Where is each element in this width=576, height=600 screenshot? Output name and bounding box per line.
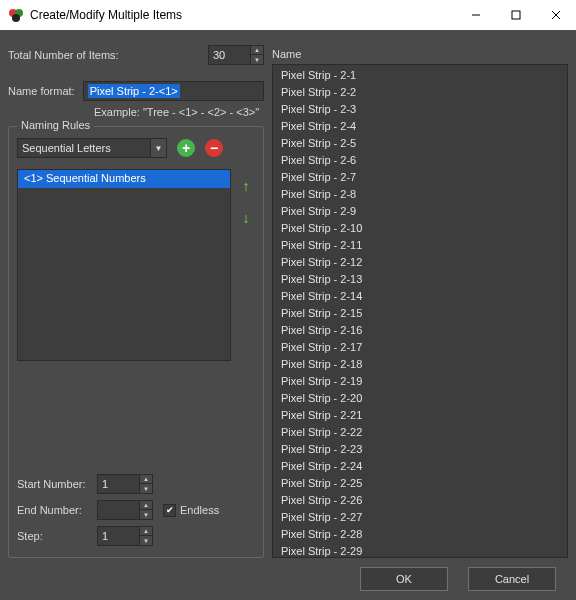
start-number-label: Start Number: — [17, 478, 97, 490]
preview-item[interactable]: Pixel Strip - 2-10 — [273, 221, 567, 238]
preview-item[interactable]: Pixel Strip - 2-9 — [273, 204, 567, 221]
preview-item[interactable]: Pixel Strip - 2-24 — [273, 459, 567, 476]
dialog-footer: OK Cancel — [0, 560, 576, 598]
total-items-label: Total Number of Items: — [8, 49, 208, 61]
reorder-arrows: ↑ ↓ — [237, 169, 255, 461]
endless-label: Endless — [180, 504, 219, 516]
preview-item[interactable]: Pixel Strip - 2-27 — [273, 510, 567, 527]
window-controls — [456, 0, 576, 30]
total-items-spinner: ▲ ▼ — [208, 45, 264, 65]
end-number-spinner: ▲▼ — [97, 500, 153, 520]
right-panel: Name Pixel Strip - 2-1Pixel Strip - 2-2P… — [272, 36, 568, 558]
name-format-value: Pixel Strip - 2-<1> — [88, 84, 180, 98]
start-up[interactable]: ▲ — [139, 474, 153, 484]
preview-item[interactable]: Pixel Strip - 2-7 — [273, 170, 567, 187]
maximize-button[interactable] — [496, 0, 536, 30]
window-title: Create/Modify Multiple Items — [30, 8, 456, 22]
preview-item[interactable]: Pixel Strip - 2-11 — [273, 238, 567, 255]
preview-item[interactable]: Pixel Strip - 2-20 — [273, 391, 567, 408]
step-input[interactable] — [97, 526, 139, 546]
ok-button[interactable]: OK — [360, 567, 448, 591]
preview-item[interactable]: Pixel Strip - 2-17 — [273, 340, 567, 357]
preview-item[interactable]: Pixel Strip - 2-1 — [273, 68, 567, 85]
content-area: Total Number of Items: ▲ ▼ Name format: … — [0, 30, 576, 560]
end-number-label: End Number: — [17, 504, 97, 516]
preview-item[interactable]: Pixel Strip - 2-26 — [273, 493, 567, 510]
total-items-down[interactable]: ▼ — [250, 55, 264, 65]
preview-item[interactable]: Pixel Strip - 2-25 — [273, 476, 567, 493]
app-icon — [8, 7, 24, 23]
start-number-row: Start Number: ▲▼ — [17, 471, 255, 497]
preview-item[interactable]: Pixel Strip - 2-19 — [273, 374, 567, 391]
preview-item[interactable]: Pixel Strip - 2-28 — [273, 527, 567, 544]
total-items-row: Total Number of Items: ▲ ▼ — [8, 44, 264, 66]
step-down[interactable]: ▼ — [139, 536, 153, 546]
step-label: Step: — [17, 530, 97, 542]
preview-item[interactable]: Pixel Strip - 2-3 — [273, 102, 567, 119]
total-items-input[interactable] — [208, 45, 250, 65]
left-panel: Total Number of Items: ▲ ▼ Name format: … — [8, 36, 264, 558]
step-row: Step: ▲▼ — [17, 523, 255, 549]
naming-rules-legend: Naming Rules — [17, 119, 94, 131]
preview-item[interactable]: Pixel Strip - 2-15 — [273, 306, 567, 323]
preview-item[interactable]: Pixel Strip - 2-5 — [273, 136, 567, 153]
end-number-input[interactable] — [97, 500, 139, 520]
start-number-spinner: ▲▼ — [97, 474, 153, 494]
preview-item[interactable]: Pixel Strip - 2-22 — [273, 425, 567, 442]
minimize-button[interactable] — [456, 0, 496, 30]
preview-item[interactable]: Pixel Strip - 2-4 — [273, 119, 567, 136]
step-up[interactable]: ▲ — [139, 526, 153, 536]
move-rule-down-button[interactable]: ↓ — [237, 211, 255, 225]
name-format-example: Example: "Tree - <1> - <2> - <3>" — [94, 106, 264, 118]
svg-rect-4 — [512, 11, 520, 19]
name-format-input[interactable]: Pixel Strip - 2-<1> — [83, 81, 264, 101]
preview-item[interactable]: Pixel Strip - 2-13 — [273, 272, 567, 289]
svg-point-2 — [12, 14, 20, 22]
endless-checkbox[interactable]: ✔ — [163, 504, 176, 517]
preview-item[interactable]: Pixel Strip - 2-14 — [273, 289, 567, 306]
titlebar: Create/Modify Multiple Items — [0, 0, 576, 30]
end-up[interactable]: ▲ — [139, 500, 153, 510]
preview-item[interactable]: Pixel Strip - 2-18 — [273, 357, 567, 374]
end-down[interactable]: ▼ — [139, 510, 153, 520]
rules-body: <1> Sequential Numbers ↑ ↓ — [17, 169, 255, 461]
preview-item[interactable]: Pixel Strip - 2-29 — [273, 544, 567, 558]
preview-item[interactable]: Pixel Strip - 2-21 — [273, 408, 567, 425]
rules-list[interactable]: <1> Sequential Numbers — [17, 169, 231, 361]
add-rule-button[interactable]: + — [177, 139, 195, 157]
name-format-label: Name format: — [8, 85, 75, 97]
preview-header: Name — [272, 44, 568, 64]
preview-item[interactable]: Pixel Strip - 2-8 — [273, 187, 567, 204]
close-button[interactable] — [536, 0, 576, 30]
naming-rules-group: Naming Rules Sequential Letters ▼ + − <1… — [8, 126, 264, 558]
rules-selector-row: Sequential Letters ▼ + − — [17, 137, 255, 159]
numeric-params: Start Number: ▲▼ End Number: ▲▼ ✔ Endles… — [17, 471, 255, 549]
rule-type-combo[interactable]: Sequential Letters ▼ — [17, 138, 167, 158]
cancel-button[interactable]: Cancel — [468, 567, 556, 591]
preview-item[interactable]: Pixel Strip - 2-12 — [273, 255, 567, 272]
preview-item[interactable]: Pixel Strip - 2-16 — [273, 323, 567, 340]
step-spinner: ▲▼ — [97, 526, 153, 546]
preview-list[interactable]: Pixel Strip - 2-1Pixel Strip - 2-2Pixel … — [272, 64, 568, 558]
total-items-up[interactable]: ▲ — [250, 45, 264, 55]
name-format-row: Name format: Pixel Strip - 2-<1> — [8, 80, 264, 102]
chevron-down-icon: ▼ — [150, 139, 166, 157]
preview-item[interactable]: Pixel Strip - 2-2 — [273, 85, 567, 102]
remove-rule-button[interactable]: − — [205, 139, 223, 157]
move-rule-up-button[interactable]: ↑ — [237, 179, 255, 193]
rules-list-item[interactable]: <1> Sequential Numbers — [18, 170, 230, 188]
end-number-row: End Number: ▲▼ ✔ Endless — [17, 497, 255, 523]
start-down[interactable]: ▼ — [139, 484, 153, 494]
rule-type-value: Sequential Letters — [18, 142, 150, 154]
preview-item[interactable]: Pixel Strip - 2-6 — [273, 153, 567, 170]
start-number-input[interactable] — [97, 474, 139, 494]
preview-item[interactable]: Pixel Strip - 2-23 — [273, 442, 567, 459]
